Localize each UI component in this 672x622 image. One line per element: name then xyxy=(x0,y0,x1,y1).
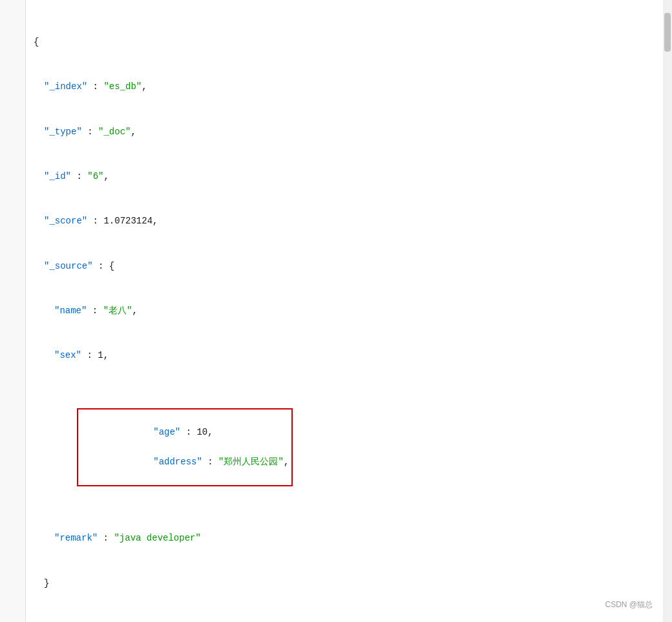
r1-name: "name" : "老八", xyxy=(34,304,655,318)
r1-highlight-box: "age" : 10, "address" : "郑州人民公园", xyxy=(34,393,655,501)
scrollbar[interactable] xyxy=(663,0,672,622)
r1-type: "_type" : "_doc", xyxy=(34,125,655,140)
r1-source-open: "_source" : { xyxy=(34,259,655,274)
r1-index: "_index" : "es_db", xyxy=(34,79,655,94)
scrollbar-thumb[interactable] xyxy=(664,13,671,52)
left-gutter xyxy=(0,0,26,622)
r1-score: "_score" : 1.0723124, xyxy=(34,214,655,229)
code-area: { "_index" : "es_db", "_type" : "_doc", … xyxy=(26,0,663,622)
r1-sex: "sex" : 1, xyxy=(34,348,655,363)
r1-source-close: } xyxy=(34,576,655,591)
watermark: CSDN @猫总 xyxy=(605,599,653,610)
r1-id: "_id" : "6", xyxy=(34,169,655,184)
main-container: { "_index" : "es_db", "_type" : "_doc", … xyxy=(0,0,672,622)
record-1: { "_index" : "es_db", "_type" : "_doc", … xyxy=(34,5,655,622)
r1-remark: "remark" : "java developer" xyxy=(34,531,655,546)
open-brace-1: { xyxy=(34,35,655,50)
